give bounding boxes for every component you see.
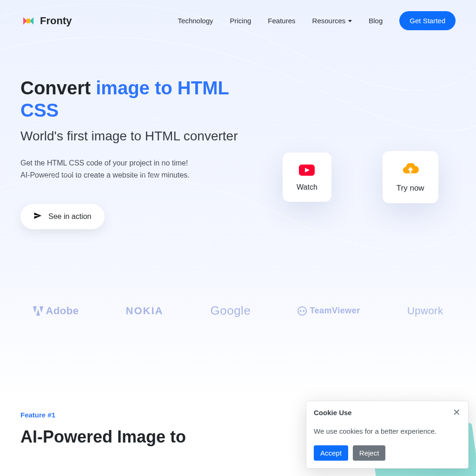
cookie-title: Cookie Use (314, 409, 352, 416)
nav-link-pricing[interactable]: Pricing (230, 17, 251, 25)
svg-rect-0 (26, 19, 30, 23)
cookie-close-button[interactable]: ✕ (453, 408, 461, 417)
hero-desc-line2: AI-Powered tool to create a website in f… (20, 171, 190, 179)
watch-card-label: Watch (297, 183, 317, 192)
cookie-text: We use cookies for a better experience. (314, 427, 461, 435)
nav-link-resources[interactable]: Resources (312, 17, 352, 25)
nav-link-blog[interactable]: Blog (369, 17, 383, 25)
partner-logos: Adobe NOKIA Google TeamViewer Upwork (0, 248, 476, 337)
nav-link-resources-label: Resources (312, 17, 346, 25)
navbar: Fronty Technology Pricing Features Resou… (0, 0, 476, 30)
hero-desc-line1: Get the HTML CSS code of your project in… (20, 159, 188, 167)
logo-adobe: Adobe (33, 305, 79, 317)
see-in-action-button[interactable]: See in action (20, 204, 105, 229)
nav-link-technology[interactable]: Technology (178, 17, 213, 25)
hero-text: Convert image to HTML CSS World's first … (20, 77, 247, 229)
hero-cards: Watch Try now (265, 77, 456, 203)
brand-name: Fronty (40, 15, 72, 27)
nav-link-features[interactable]: Features (268, 17, 295, 25)
youtube-icon (299, 165, 315, 178)
see-in-action-label: See in action (48, 212, 92, 221)
hero-description: Get the HTML CSS code of your project in… (20, 157, 216, 181)
nav-links: Technology Pricing Features Resources Bl… (178, 11, 456, 30)
logo-adobe-text: Adobe (46, 305, 79, 317)
brand[interactable]: Fronty (20, 15, 72, 27)
cookie-reject-button[interactable]: Reject (353, 445, 386, 461)
close-icon: ✕ (453, 407, 461, 417)
cookie-banner: Cookie Use ✕ We use cookies for a better… (306, 401, 469, 469)
try-now-card[interactable]: Try now (383, 151, 438, 203)
try-now-card-label: Try now (397, 184, 424, 193)
cookie-accept-button[interactable]: Accept (314, 445, 348, 461)
paper-plane-icon (33, 212, 42, 222)
hero-title: Convert image to HTML CSS (20, 77, 247, 121)
hero-section: Convert image to HTML CSS World's first … (0, 30, 476, 248)
hero-title-prefix: Convert (20, 78, 96, 98)
logo-upwork: Upwork (407, 305, 443, 317)
svg-point-2 (298, 307, 306, 315)
hero-subtitle: World's first image to HTML converter (20, 128, 247, 144)
get-started-button[interactable]: Get Started (399, 11, 456, 30)
logo-nokia: NOKIA (126, 305, 164, 317)
cloud-upload-icon (401, 163, 420, 178)
logo-teamviewer: TeamViewer (298, 306, 360, 316)
watch-card[interactable]: Watch (283, 152, 331, 202)
logo-google: Google (211, 304, 251, 318)
logo-teamviewer-text: TeamViewer (310, 306, 360, 316)
chevron-down-icon (348, 20, 352, 22)
brand-logo-icon (20, 16, 36, 26)
